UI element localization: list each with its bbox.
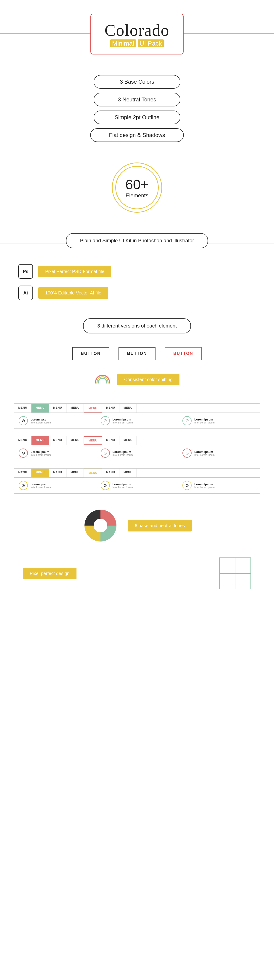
menu-tab[interactable]: MENU [102, 436, 119, 445]
card-title: Lorem Ipsum [194, 418, 215, 421]
menu-card: ⊙ Lorem Ipsum Info: Lorem Ipsum [96, 478, 178, 493]
elements-circle-outer: 60+ Elements [112, 162, 162, 213]
menu-tab[interactable]: MENU [119, 469, 137, 477]
hero-subtitle-highlight: UI Pack [138, 40, 164, 48]
menu-tab[interactable]: MENU [49, 404, 66, 412]
menu-card-text: Lorem Ipsum Info: Lorem Ipsum [112, 450, 133, 456]
card-title: Lorem Ipsum [30, 482, 51, 486]
card-info: Info: Lorem Ipsum [194, 453, 215, 456]
menu-tab[interactable]: MENU [102, 404, 119, 412]
menu-tab-gold-outline[interactable]: MENU [84, 469, 102, 477]
menu-bar-gold: MENU MENU MENU MENU MENU MENU MENU [14, 469, 260, 478]
format-row-ps: Ps Pixel Perfect PSD Format file [18, 264, 256, 279]
elements-label: Elements [126, 192, 148, 199]
menu-card-icon: ⊙ [19, 481, 28, 490]
versions-section: 3 different versions of each element [0, 309, 274, 340]
svg-point-0 [94, 519, 107, 532]
menu-tab[interactable]: MENU [66, 469, 84, 477]
color-shift-section: Consistent color shifting [0, 367, 274, 399]
card-title: Lorem Ipsum [194, 450, 215, 453]
menu-card: ⊙ Lorem Ipsum Info: Lorem Ipsum [178, 413, 260, 428]
ps-label: Pixel Perfect PSD Format file [38, 266, 111, 277]
elements-number: 60+ [125, 177, 149, 192]
pixel-section: Pixel perfect design [0, 550, 274, 603]
card-title: Lorem Ipsum [30, 450, 51, 453]
plain-section: Plain and Simple UI Kit in Photoshop and… [0, 226, 274, 259]
menu-tab-active[interactable]: MENU [32, 469, 49, 477]
card-info: Info: Lorem Ipsum [112, 421, 133, 424]
menu-card-icon: ⊙ [183, 449, 192, 458]
menu-card-text: Lorem Ipsum Info: Lorem Ipsum [194, 450, 215, 456]
button-demo-1[interactable]: BUTTON [72, 347, 109, 360]
card-info: Info: Lorem Ipsum [30, 421, 51, 424]
menu-tab[interactable]: MENU [66, 404, 84, 412]
format-row-ai: Ai 100% Editable Vector AI file [18, 286, 256, 300]
menu-card-text: Lorem Ipsum Info: Lorem Ipsum [112, 482, 133, 488]
elements-circle-inner: 60+ Elements [115, 166, 159, 209]
menu-tab[interactable]: MENU [102, 469, 119, 477]
grid-cell-1 [220, 558, 235, 573]
button-demo-2[interactable]: BUTTON [119, 347, 156, 360]
grid-box [219, 557, 251, 589]
menu-card: ⊙ Lorem Ipsum Info: Lorem Ipsum [178, 445, 260, 461]
grid-cell-3 [220, 573, 235, 589]
menu-card: ⊙ Lorem Ipsum Info: Lorem Ipsum [14, 445, 96, 461]
ps-icon: Ps [18, 264, 33, 279]
elements-section: 60+ Elements [0, 153, 274, 226]
menu-card-text: Lorem Ipsum Info: Lorem Ipsum [30, 450, 51, 456]
card-info: Info: Lorem Ipsum [194, 421, 215, 424]
hero-subtitle-plain: Minimal [110, 40, 136, 48]
menu-card-icon: ⊙ [101, 416, 110, 425]
menu-panel-green: MENU MENU MENU MENU MENU MENU MENU ⊙ Lor… [14, 403, 260, 429]
card-info: Info: Lorem Ipsum [194, 486, 215, 488]
menu-tab-active[interactable]: MENU [32, 436, 49, 445]
versions-box: 3 different versions of each element [83, 318, 191, 333]
menu-card: ⊙ Lorem Ipsum Info: Lorem Ipsum [14, 478, 96, 493]
menu-card-icon: ⊙ [183, 481, 192, 490]
menu-tab[interactable]: MENU [14, 469, 32, 477]
menu-tab[interactable]: MENU [119, 404, 137, 412]
menu-tab-red-outline[interactable]: MENU [84, 404, 102, 412]
card-info: Info: Lorem Ipsum [30, 453, 51, 456]
menu-card-text: Lorem Ipsum Info: Lorem Ipsum [194, 482, 215, 488]
formats-section: Ps Pixel Perfect PSD Format file Ai 100%… [0, 259, 274, 309]
menu-tab[interactable]: MENU [14, 436, 32, 445]
menu-card-icon: ⊙ [101, 449, 110, 458]
grid-cell-4 [235, 573, 251, 589]
menu-content-red: ⊙ Lorem Ipsum Info: Lorem Ipsum ⊙ Lorem … [14, 445, 260, 461]
pie-label: 6 base and neutral tones [128, 520, 192, 531]
menu-card-text: Lorem Ipsum Info: Lorem Ipsum [194, 418, 215, 424]
menu-tab[interactable]: MENU [49, 469, 66, 477]
menu-card-text: Lorem Ipsum Info: Lorem Ipsum [112, 418, 133, 424]
card-title: Lorem Ipsum [112, 450, 133, 453]
menu-card: ⊙ Lorem Ipsum Info: Lorem Ipsum [178, 478, 260, 493]
menu-tab[interactable]: MENU [66, 436, 84, 445]
card-info: Info: Lorem Ipsum [112, 453, 133, 456]
menu-content-green: ⊙ Lorem Ipsum Info: Lorem Ipsum ⊙ Lorem … [14, 413, 260, 428]
menu-card-text: Lorem Ipsum Info: Lorem Ipsum [30, 482, 51, 488]
pixel-perfect-label: Pixel perfect design [23, 568, 77, 579]
plain-box: Plain and Simple UI Kit in Photoshop and… [66, 233, 208, 248]
button-demo-3[interactable]: BUTTON [165, 347, 202, 360]
menu-tab[interactable]: MENU [49, 436, 66, 445]
hero-box: Colorado Minimal UI Pack [90, 14, 184, 54]
grid-cell-2 [235, 558, 251, 573]
buttons-section: BUTTON BUTTON BUTTON [0, 340, 274, 367]
menu-tab[interactable]: MENU [119, 436, 137, 445]
feature-item: Simple 2pt Outline [94, 111, 180, 124]
menu-bar-green: MENU MENU MENU MENU MENU MENU MENU [14, 404, 260, 413]
menu-card-icon: ⊙ [183, 416, 192, 425]
hero-subtitle: Minimal UI Pack [104, 40, 170, 47]
menu-tab-red-outline[interactable]: MENU [84, 436, 102, 445]
card-title: Lorem Ipsum [112, 482, 133, 486]
menu-card: ⊙ Lorem Ipsum Info: Lorem Ipsum [14, 413, 96, 428]
menu-card: ⊙ Lorem Ipsum Info: Lorem Ipsum [96, 445, 178, 461]
card-info: Info: Lorem Ipsum [30, 486, 51, 488]
pie-section: 6 base and neutral tones [0, 498, 274, 550]
menu-panel-gold: MENU MENU MENU MENU MENU MENU MENU ⊙ Lor… [14, 468, 260, 494]
menu-content-gold: ⊙ Lorem Ipsum Info: Lorem Ipsum ⊙ Lorem … [14, 478, 260, 493]
menu-panel-red: MENU MENU MENU MENU MENU MENU MENU ⊙ Lor… [14, 436, 260, 461]
menu-tab-active[interactable]: MENU [32, 404, 49, 412]
menu-tab[interactable]: MENU [14, 404, 32, 412]
menu-card-text: Lorem Ipsum Info: Lorem Ipsum [30, 418, 51, 424]
